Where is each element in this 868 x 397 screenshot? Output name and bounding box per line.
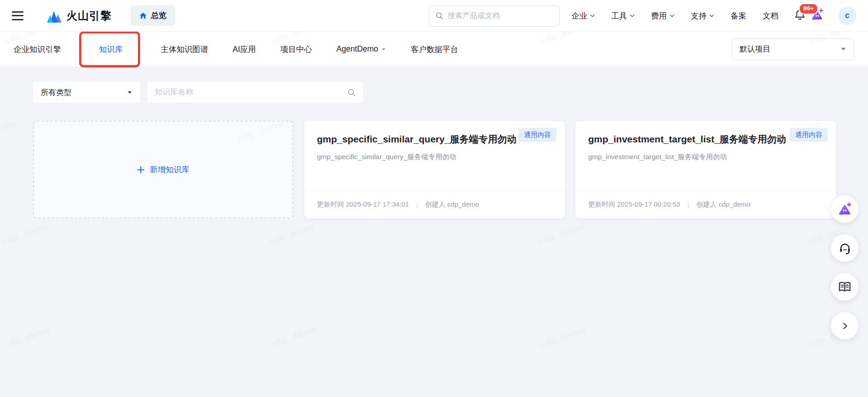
watermark-text: cdp_demo (0, 221, 50, 247)
watermark-text: cdp_demo (538, 324, 587, 350)
global-search-box[interactable] (429, 5, 560, 27)
open-book-icon (838, 280, 852, 294)
chevron-down-icon (630, 14, 635, 18)
content-type-badge: 通用内容 (519, 128, 557, 142)
watermark-text: cdp_demo (2, 324, 52, 350)
updated-time: 更新时间 2025-09-17 17:34:01 (317, 200, 409, 209)
add-knowledge-base-button[interactable]: 新增知识库 (33, 121, 293, 218)
user-avatar[interactable]: c (838, 7, 856, 25)
subnav-item[interactable]: 客户数据平台 (410, 44, 458, 55)
product-subnav: 企业知识引擎知识库主体知识图谱AI应用项目中心AgentDemo客户数据平台 默… (0, 32, 868, 66)
floating-toolbar (831, 195, 859, 340)
subnav-item-label: 知识库 (99, 44, 123, 55)
header-nav-item[interactable]: 支持 (691, 10, 714, 21)
subnav-item-label: 客户数据平台 (410, 44, 458, 55)
header-nav-item[interactable]: 文档 (763, 10, 778, 21)
header-nav-item[interactable]: 企业 (571, 10, 595, 21)
header-nav-label: 费用 (651, 10, 667, 21)
card-footer: 更新时间 2025-09-17 00:20:53 | 创建人 cdp_demo (576, 190, 836, 218)
card-subtitle: gmp_investment_target_list_服务端专用勿动 (588, 152, 823, 162)
subnav-item[interactable]: 企业知识引擎 (14, 44, 61, 55)
footer-divider: | (416, 201, 418, 208)
chevron-right-icon (840, 321, 849, 331)
headset-icon (838, 241, 852, 255)
subnav-item-label: 主体知识图谱 (161, 44, 208, 55)
header-nav-item[interactable]: 备案 (731, 10, 746, 21)
header-nav-label: 企业 (571, 10, 587, 21)
ai-assistant-float-button[interactable] (831, 195, 859, 223)
type-filter-select[interactable]: 所有类型 (33, 82, 140, 103)
watermark-text: cdp_demo (267, 221, 316, 247)
overview-button[interactable]: 总览 (131, 5, 175, 26)
subnav-item[interactable]: 主体知识图谱 (161, 44, 208, 55)
avatar-initial: c (845, 11, 849, 20)
subnav-item[interactable]: AgentDemo (336, 44, 386, 54)
volcengine-logo-icon (46, 9, 62, 23)
chevron-down-icon (590, 14, 595, 18)
caret-down-icon (840, 47, 846, 51)
collapse-panel-button[interactable] (831, 312, 859, 340)
filter-row: 所有类型 (33, 82, 868, 103)
search-icon (435, 12, 443, 20)
watermark-text: cdp_demo (536, 221, 585, 247)
subnav-item-label: 企业知识引擎 (14, 44, 61, 55)
brand-logo[interactable]: 火山引擎 (46, 9, 112, 23)
hamburger-menu-icon[interactable] (12, 11, 24, 20)
chevron-down-icon (709, 14, 714, 18)
card-footer: 更新时间 2025-09-17 17:34:01 | 创建人 cdp_demo (304, 190, 565, 218)
card-subtitle: gmp_specific_similar_query_服务端专用勿动 (317, 152, 552, 162)
customer-service-button[interactable] (831, 234, 859, 262)
knowledge-base-card[interactable]: gmp_investment_target_list_服务端专用勿动 gmp_i… (576, 121, 836, 218)
subnav-item-label: AgentDemo (336, 44, 378, 54)
search-icon (347, 88, 356, 97)
notifications-button[interactable]: 99+ (794, 9, 806, 23)
project-select[interactable]: 默认项目 (731, 38, 854, 60)
main-content: 所有类型 新增知识库 gmp_specific_similar_query_服务… (0, 66, 868, 218)
overview-label: 总览 (151, 10, 166, 21)
subnav-item-label: 项目中心 (280, 44, 312, 55)
type-filter-value: 所有类型 (41, 87, 71, 98)
subnav-item[interactable]: AI应用 (233, 44, 256, 55)
subnav-item-label: AI应用 (233, 44, 256, 55)
header-nav-label: 支持 (691, 10, 707, 21)
kb-name-search-input[interactable] (155, 88, 343, 97)
plus-icon (137, 166, 145, 174)
creator: 创建人 cdp_demo (696, 200, 750, 209)
subnav-items: 企业知识引擎知识库主体知识图谱AI应用项目中心AgentDemo客户数据平台 (14, 44, 458, 55)
watermark-text: cdp_demo (269, 324, 318, 350)
card-title: gmp_investment_target_list_服务端专用勿动 (588, 133, 823, 146)
header-nav: 企业工具费用支持备案文档 (571, 10, 778, 21)
header-nav-label: 备案 (731, 10, 746, 21)
subnav-item[interactable]: 知识库 (99, 44, 123, 55)
creator: 创建人 cdp_demo (425, 200, 479, 209)
header-nav-label: 文档 (763, 10, 778, 21)
docs-guide-button[interactable] (831, 273, 859, 301)
header-nav-label: 工具 (611, 10, 627, 21)
project-select-value: 默认项目 (740, 44, 770, 54)
knowledge-base-cards: 新增知识库 gmp_specific_similar_query_服务端专用勿动… (33, 121, 868, 218)
home-icon (139, 12, 147, 19)
caret-down-icon (381, 47, 386, 51)
content-type-badge: 通用内容 (790, 128, 828, 142)
chevron-down-icon (670, 14, 675, 18)
card-title: gmp_specific_similar_query_服务端专用勿动 (317, 133, 552, 146)
header-nav-item[interactable]: 费用 (651, 10, 675, 21)
caret-down-icon (127, 90, 132, 95)
global-search-input[interactable] (448, 11, 553, 20)
kb-name-search-box[interactable] (147, 82, 363, 103)
add-knowledge-base-label: 新增知识库 (150, 164, 189, 175)
header-nav-item[interactable]: 工具 (611, 10, 635, 21)
notification-count-badge: 99+ (799, 3, 818, 14)
footer-divider: | (687, 201, 689, 208)
brand-name: 火山引擎 (66, 9, 112, 23)
ai-assistant-icon (836, 201, 853, 217)
top-header: 火山引擎 总览 企业工具费用支持备案文档 99+ (0, 0, 868, 32)
updated-time: 更新时间 2025-09-17 00:20:53 (588, 200, 680, 209)
subnav-item[interactable]: 项目中心 (280, 44, 312, 55)
knowledge-base-card[interactable]: gmp_specific_similar_query_服务端专用勿动 gmp_s… (304, 121, 565, 218)
